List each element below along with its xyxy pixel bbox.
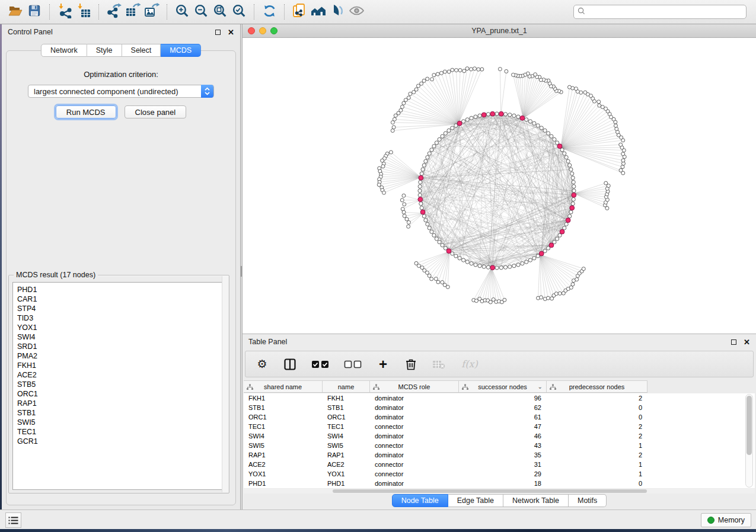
export-network-button[interactable]: [104, 2, 123, 21]
network-node[interactable]: [568, 164, 572, 167]
network-node[interactable]: [567, 85, 571, 89]
column-header-successor-nodes[interactable]: successor nodes⌄: [459, 381, 547, 392]
cell-name[interactable]: PHD1: [323, 480, 370, 487]
scrollbar-thumb[interactable]: [747, 396, 752, 455]
network-node[interactable]: [432, 145, 436, 148]
cell-predecessor-nodes[interactable]: 0: [547, 414, 647, 421]
column-header-mcds-role[interactable]: MCDS role: [370, 381, 459, 392]
network-node[interactable]: [402, 210, 406, 214]
table-row[interactable]: TEC1TEC1connector472: [244, 422, 755, 431]
mcds-result-item[interactable]: CAR1: [13, 294, 225, 304]
network-node[interactable]: [465, 67, 469, 70]
network-node[interactable]: [508, 113, 512, 117]
run-mcds-button[interactable]: Run MCDS: [56, 105, 116, 118]
network-node[interactable]: [539, 251, 544, 256]
network-node[interactable]: [614, 124, 617, 127]
float-panel-icon[interactable]: [731, 339, 736, 345]
network-node[interactable]: [525, 118, 528, 121]
network-node[interactable]: [420, 206, 423, 210]
network-node[interactable]: [512, 114, 516, 117]
network-node[interactable]: [474, 115, 477, 118]
cell-shared-name[interactable]: ACE2: [244, 461, 323, 468]
network-node[interactable]: [528, 120, 532, 123]
cell-mcds-role[interactable]: connector: [370, 423, 459, 430]
cell-predecessor-nodes[interactable]: 2: [547, 395, 647, 402]
mcds-result-item[interactable]: YOX1: [13, 323, 225, 332]
table-row[interactable]: SWI5SWI5connector431: [244, 441, 755, 450]
network-node[interactable]: [566, 159, 570, 163]
mcds-result-item[interactable]: ORC1: [13, 389, 225, 399]
network-node[interactable]: [443, 70, 446, 73]
table-settings-button[interactable]: ⚙: [254, 357, 270, 372]
mcds-result-item[interactable]: STB1: [13, 408, 225, 418]
network-node[interactable]: [512, 73, 515, 76]
network-node[interactable]: [407, 220, 410, 224]
cell-successor-nodes[interactable]: 35: [459, 451, 547, 459]
network-node[interactable]: [564, 222, 568, 226]
network-node[interactable]: [446, 285, 449, 289]
network-node[interactable]: [572, 193, 576, 197]
network-node[interactable]: [566, 218, 570, 223]
network-node[interactable]: [508, 265, 512, 268]
mcds-result-item[interactable]: TEC1: [13, 427, 225, 437]
table-horizontal-scrollbar[interactable]: [244, 489, 755, 493]
network-node[interactable]: [528, 258, 532, 262]
network-node[interactable]: [540, 126, 543, 130]
sort-descending-icon[interactable]: ⌄: [538, 383, 543, 390]
network-node[interactable]: [520, 116, 525, 120]
network-node[interactable]: [557, 144, 562, 149]
network-node[interactable]: [549, 243, 554, 248]
cell-name[interactable]: FKH1: [323, 395, 370, 402]
network-node[interactable]: [571, 176, 575, 180]
cell-shared-name[interactable]: YOX1: [244, 470, 323, 477]
network-node[interactable]: [536, 124, 540, 127]
network-node[interactable]: [572, 189, 576, 193]
network-node[interactable]: [465, 260, 469, 264]
network-window-titlebar[interactable]: YPA_prune.txt_1: [243, 24, 756, 38]
network-node[interactable]: [458, 69, 462, 72]
close-panel-icon[interactable]: ✕: [744, 338, 750, 346]
network-canvas[interactable]: [243, 38, 756, 334]
cell-mcds-role[interactable]: dominator: [370, 395, 459, 402]
mcds-result-list[interactable]: PHD1CAR1STP4TID3YOX1SWI4SRD1PMA2FKH1ACE2…: [12, 282, 226, 490]
criterion-dropdown[interactable]: largest connected component (undirected): [28, 85, 214, 98]
mcds-result-item[interactable]: TID3: [13, 313, 225, 323]
network-node[interactable]: [558, 291, 562, 295]
cell-name[interactable]: STB1: [323, 404, 370, 411]
cell-predecessor-nodes[interactable]: 0: [547, 404, 647, 411]
network-node[interactable]: [400, 105, 404, 108]
table-row[interactable]: SWI4SWI4dominator462: [244, 431, 755, 441]
network-node[interactable]: [447, 129, 451, 132]
network-node[interactable]: [470, 68, 473, 71]
network-node[interactable]: [420, 172, 423, 175]
close-panel-button[interactable]: Close panel: [125, 105, 187, 118]
network-node[interactable]: [572, 180, 575, 184]
network-node[interactable]: [568, 214, 572, 218]
network-node[interactable]: [458, 257, 461, 260]
network-node[interactable]: [532, 257, 536, 260]
network-node[interactable]: [412, 91, 416, 94]
network-graph[interactable]: [243, 38, 756, 334]
network-node[interactable]: [461, 258, 465, 262]
network-node[interactable]: [462, 69, 466, 73]
network-node[interactable]: [432, 73, 436, 77]
network-node[interactable]: [570, 206, 575, 210]
network-node[interactable]: [525, 260, 528, 264]
mcds-result-item[interactable]: GCR1: [13, 437, 225, 446]
new-network-from-selection-button[interactable]: [290, 2, 309, 21]
zoom-in-button[interactable]: [173, 2, 192, 21]
network-node[interactable]: [392, 126, 395, 129]
delete-column-button[interactable]: [403, 357, 419, 372]
network-node[interactable]: [400, 198, 404, 202]
network-node[interactable]: [547, 132, 550, 135]
table-row[interactable]: ORC1ORC1dominator610: [244, 412, 755, 422]
network-node[interactable]: [419, 175, 423, 180]
network-node[interactable]: [495, 266, 499, 270]
tab-network-table[interactable]: Network Table: [503, 494, 569, 507]
network-node[interactable]: [556, 237, 559, 241]
export-table-button[interactable]: [123, 2, 142, 21]
network-node[interactable]: [451, 68, 454, 72]
network-node[interactable]: [424, 159, 428, 163]
cell-successor-nodes[interactable]: 96: [459, 395, 547, 402]
network-node[interactable]: [619, 168, 623, 172]
